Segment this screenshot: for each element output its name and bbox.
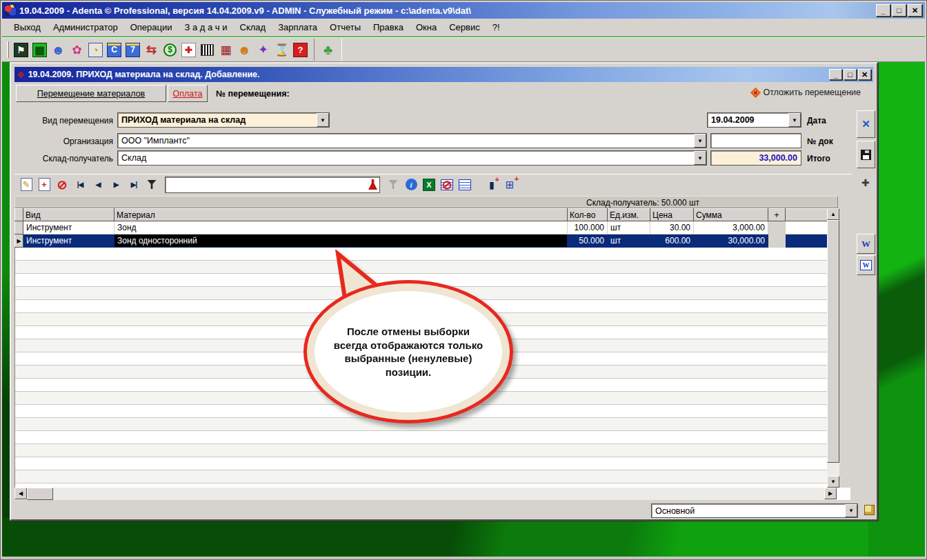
menu-warehouse[interactable]: Склад	[234, 19, 272, 35]
cancel-close-button[interactable]: ✕	[857, 110, 875, 138]
holidays-icon[interactable]: ✿	[68, 41, 86, 59]
palette-icon[interactable]: ✦	[255, 41, 272, 59]
menu-exit[interactable]: Выход	[8, 19, 47, 35]
organization-combo[interactable]: ООО "Имплантс" ▼	[117, 133, 707, 148]
add-group-button[interactable]: ⊞	[501, 177, 518, 192]
edit-record-button[interactable]: ✎	[18, 177, 34, 192]
callout-bubble: После отмены выборки всегда отображаются…	[294, 248, 528, 434]
patients-icon[interactable]: ☻	[50, 41, 67, 59]
col-material[interactable]: Материал	[114, 209, 568, 221]
doc-number-label: № док	[807, 137, 833, 146]
scroll-up-button[interactable]: ▲	[827, 208, 839, 220]
menu-operations[interactable]: Операции	[124, 19, 179, 35]
menu-administrator[interactable]: Администратор	[47, 19, 124, 35]
defer-transfer-button[interactable]: Отложить перемещение	[752, 88, 861, 97]
maximize-button[interactable]: □	[892, 4, 906, 17]
word-table-export-button[interactable]: W	[857, 255, 875, 275]
barcode-icon[interactable]	[199, 41, 216, 59]
menu-windows[interactable]: Окна	[410, 19, 443, 35]
minimize-button[interactable]: _	[876, 4, 890, 17]
first-record-button[interactable]: |◀	[72, 177, 88, 192]
vertical-scrollbar[interactable]: ▲ ▼	[827, 208, 839, 488]
workplace-grid-icon[interactable]: ▦	[31, 41, 48, 59]
view-combo[interactable]: Основной ▼	[651, 503, 858, 518]
word-table-icon: W	[860, 260, 872, 270]
last-record-button[interactable]: ▶|	[126, 177, 142, 192]
excel-export-button[interactable]: X	[421, 177, 437, 192]
chevron-down-icon[interactable]: ▼	[317, 113, 329, 127]
warehouse-label: Склад-получатель	[17, 154, 113, 163]
funnel-icon	[148, 180, 157, 189]
calendar-c-icon[interactable]: C	[106, 41, 123, 59]
menu-reports[interactable]: Отчеты	[323, 19, 367, 35]
horizontal-scrollbar[interactable]: ◀ ▶	[14, 488, 837, 500]
toolbar-grip[interactable]	[7, 41, 9, 58]
doc-number-input[interactable]	[710, 133, 801, 148]
menu-edit[interactable]: Правка	[367, 19, 410, 35]
chevron-down-icon[interactable]: ▼	[788, 113, 801, 127]
horizontal-scroll-thumb[interactable]	[27, 488, 53, 500]
chevron-down-icon[interactable]: ▼	[694, 134, 706, 148]
cube-icon[interactable]	[864, 505, 875, 515]
doc-minimize-button[interactable]: _	[829, 69, 842, 80]
tab-materials[interactable]: Перемещение материалов	[16, 85, 166, 102]
col-sum[interactable]: Сумма	[694, 209, 768, 221]
col-qty[interactable]: Кол-во	[568, 209, 608, 221]
doc-close-button[interactable]: ✕	[858, 69, 871, 80]
calendar-7-icon[interactable]: 7	[124, 41, 141, 59]
scroll-right-button[interactable]: ▶	[824, 488, 837, 499]
doc-titlebar: ❖ 19.04.2009. ПРИХОД материала на склад.…	[14, 67, 873, 82]
warehouse-combo[interactable]: Склад ▼	[117, 150, 707, 166]
add-position-button[interactable]: ▮	[484, 177, 500, 192]
prev-record-button[interactable]: ◀	[90, 177, 106, 192]
vertical-scroll-thumb[interactable]	[827, 220, 839, 463]
doc-maximize-button[interactable]: □	[844, 69, 857, 80]
cancel-record-button[interactable]: ⊘	[54, 177, 70, 192]
money-icon[interactable]: $	[161, 41, 179, 59]
menu-salary[interactable]: Зарплата	[272, 19, 323, 35]
doc-window-icon: ❖	[17, 70, 25, 80]
menu-help[interactable]: ?!	[486, 19, 506, 35]
next-record-button[interactable]: ▶	[108, 177, 124, 192]
hide-columns-button[interactable]: ⊘	[439, 177, 455, 192]
main-toolbar: ⚑ ▦ ☻ ✿ ◔ C 7 ⇆ $ ✚ ▦ ☻ ✦ ⌛ ? ♣	[2, 37, 925, 62]
chevron-down-icon[interactable]: ▼	[694, 151, 706, 165]
select-cell[interactable]	[768, 221, 786, 234]
move-handle-icon[interactable]: ✚	[861, 177, 870, 188]
close-button[interactable]: ✕	[908, 4, 922, 17]
date-combo[interactable]: 19.04.2009 ▼	[707, 112, 801, 128]
table-row-selected[interactable]: ▶ Инструмент Зонд односторонний 50.000 ш…	[15, 234, 839, 248]
col-price[interactable]: Цена	[650, 209, 694, 221]
menu-tasks[interactable]: З а д а ч и	[179, 19, 234, 35]
select-cell[interactable]	[768, 234, 786, 248]
scroll-left-button[interactable]: ◀	[14, 488, 27, 499]
salary-time-icon[interactable]: ⌛	[273, 41, 290, 59]
find-in-word-button[interactable]: W	[857, 234, 875, 254]
transfer-type-combo[interactable]: ПРИХОД материала на склад ▼	[117, 112, 330, 128]
cashbox-icon[interactable]: ▦	[217, 41, 235, 59]
quick-search-input[interactable]	[166, 177, 368, 192]
flask-icon[interactable]	[368, 179, 377, 190]
firstaid-icon[interactable]: ✚	[180, 41, 197, 59]
staff-icon[interactable]: ☻	[236, 41, 253, 59]
schedule-clock-icon[interactable]: ◔	[87, 41, 104, 59]
col-plus[interactable]: +	[768, 209, 786, 221]
tab-payment[interactable]: Оплата	[168, 85, 208, 102]
save-button[interactable]	[857, 141, 875, 168]
col-type[interactable]: Вид	[23, 209, 114, 221]
filter-button[interactable]	[143, 177, 160, 192]
transfers-icon[interactable]: ⇆	[143, 41, 160, 59]
add-record-button[interactable]: +	[36, 177, 52, 192]
table-row[interactable]: Инструмент Зонд 100.000 шт 30.00 3,000.0…	[15, 221, 839, 234]
scroll-down-button[interactable]: ▼	[827, 476, 839, 488]
chevron-down-icon[interactable]: ▼	[845, 504, 857, 517]
menu-service[interactable]: Сервис	[443, 19, 486, 35]
exit-icon[interactable]: ⚑	[12, 41, 30, 59]
filter-off-button[interactable]	[385, 177, 401, 192]
show-columns-button[interactable]	[457, 177, 473, 192]
doc-title: 19.04.2009. ПРИХОД материала на склад. Д…	[28, 70, 829, 79]
clover-icon[interactable]: ♣	[319, 41, 337, 59]
info-button[interactable]: i	[403, 177, 419, 192]
col-unit[interactable]: Ед.изм.	[608, 209, 650, 221]
help-book-icon[interactable]: ?	[292, 41, 309, 59]
